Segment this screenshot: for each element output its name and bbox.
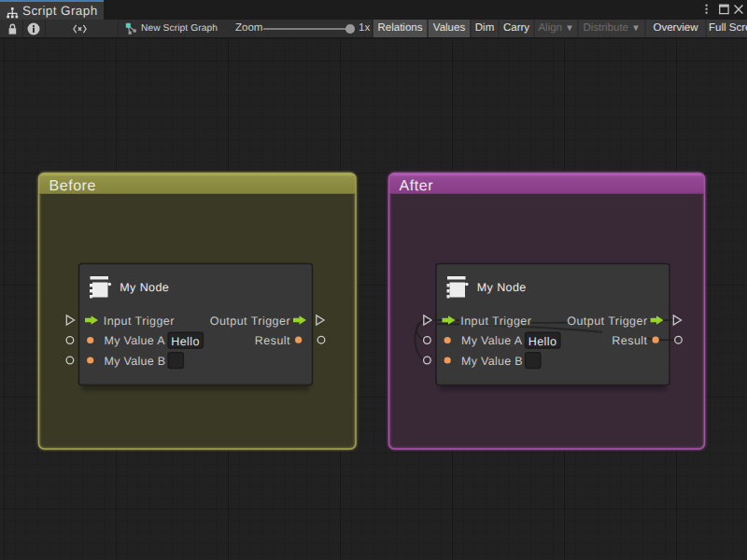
svg-text:Before: Before [49, 178, 96, 194]
svg-text:Output Trigger: Output Trigger [567, 315, 647, 328]
svg-text:My Value A: My Value A [461, 334, 523, 347]
svg-text:My Node: My Node [477, 281, 527, 294]
svg-text:Result: Result [255, 334, 290, 347]
svg-text:Output Trigger: Output Trigger [210, 315, 290, 328]
svg-text:Input Trigger: Input Trigger [460, 315, 531, 328]
svg-text:Result: Result [612, 334, 647, 347]
svg-text:My Value A: My Value A [105, 334, 166, 347]
svg-text:My Value B: My Value B [461, 355, 523, 368]
svg-text:Hello: Hello [529, 335, 557, 348]
svg-text:Hello: Hello [171, 335, 200, 348]
svg-text:My Node: My Node [120, 281, 169, 294]
svg-text:My Value B: My Value B [105, 355, 166, 368]
svg-text:Input Trigger: Input Trigger [104, 315, 175, 328]
svg-text:After: After [400, 178, 434, 194]
